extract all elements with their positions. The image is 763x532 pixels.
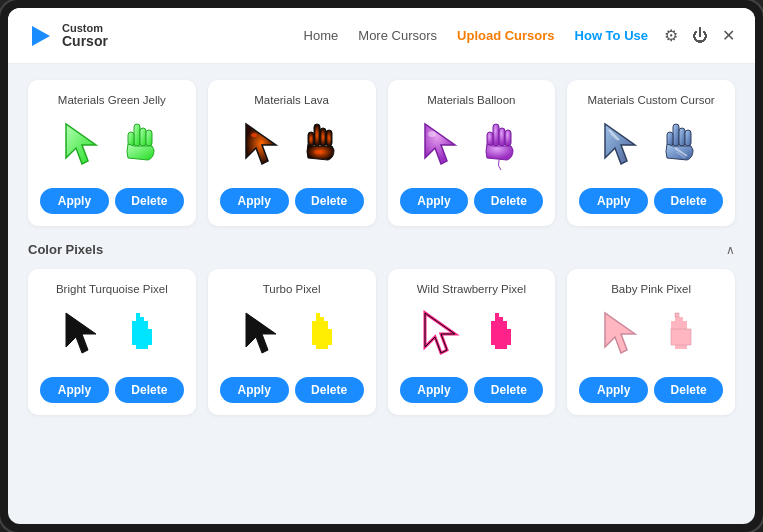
card-custom-cursor: Materials Custom Cursor	[567, 80, 735, 226]
cursor-arrow-turquoise-black	[60, 309, 108, 361]
card-buttons-custom-cursor: Apply Delete	[579, 188, 723, 214]
card-title-balloon: Materials Balloon	[427, 94, 515, 106]
apply-pink[interactable]: Apply	[579, 377, 648, 403]
svg-rect-87	[683, 321, 687, 325]
svg-rect-54	[312, 325, 316, 329]
apply-turbo[interactable]: Apply	[220, 377, 289, 403]
card-images-turquoise	[60, 305, 164, 365]
svg-rect-32	[136, 321, 140, 325]
card-title-pink: Baby Pink Pixel	[611, 283, 691, 295]
close-icon[interactable]: ✕	[722, 26, 735, 45]
svg-rect-89	[671, 325, 675, 329]
nav-upload-cursors[interactable]: Upload Cursors	[457, 28, 555, 43]
svg-rect-39	[140, 325, 144, 329]
card-title-custom-cursor: Materials Custom Cursor	[588, 94, 715, 106]
svg-rect-65	[495, 313, 499, 317]
apply-green-jelly[interactable]: Apply	[40, 188, 109, 214]
svg-rect-80	[495, 345, 507, 349]
svg-rect-17	[499, 128, 505, 146]
svg-marker-1	[66, 124, 96, 164]
svg-rect-61	[312, 341, 332, 345]
delete-custom-cursor[interactable]: Delete	[654, 188, 723, 214]
apply-turquoise[interactable]: Apply	[40, 377, 109, 403]
nav-icons: ⚙ ⏻ ✕	[664, 26, 735, 45]
section-header-pixels: Color Pixels ∧	[28, 242, 735, 257]
cursor-hand-balloon	[475, 120, 523, 172]
svg-rect-30	[136, 313, 140, 317]
cursor-hand-strawberry	[475, 309, 523, 361]
svg-rect-57	[324, 325, 328, 329]
card-green-jelly: Materials Green Jelly	[28, 80, 196, 226]
apply-strawberry[interactable]: Apply	[400, 377, 469, 403]
card-images-custom-cursor	[599, 116, 703, 176]
svg-rect-62	[316, 345, 328, 349]
svg-rect-33	[140, 317, 144, 321]
svg-rect-53	[312, 321, 316, 325]
svg-rect-97	[675, 345, 687, 349]
section-materials-grid: Materials Green Jelly	[28, 80, 735, 226]
card-title-green-jelly: Materials Green Jelly	[58, 94, 166, 106]
delete-turbo[interactable]: Delete	[295, 377, 364, 403]
nav-home[interactable]: Home	[304, 28, 339, 43]
cursor-hand-custom	[655, 120, 703, 172]
cursor-hand-green-jelly	[116, 120, 164, 172]
cursor-arrow-strawberry	[419, 309, 467, 361]
svg-rect-94	[671, 333, 691, 337]
card-buttons-turbo: Apply Delete	[220, 377, 364, 403]
card-buttons-green-jelly: Apply Delete	[40, 188, 184, 214]
svg-point-8	[260, 141, 264, 144]
apply-balloon[interactable]: Apply	[400, 188, 469, 214]
logo-text: Custom Cursor	[62, 22, 108, 49]
delete-turquoise[interactable]: Delete	[115, 377, 184, 403]
svg-rect-75	[503, 325, 507, 329]
svg-rect-83	[675, 317, 679, 321]
card-strawberry: Wild Strawberry Pixel	[388, 269, 556, 415]
apply-lava[interactable]: Apply	[220, 188, 289, 214]
card-images-green-jelly	[60, 116, 164, 176]
delete-lava[interactable]: Delete	[295, 188, 364, 214]
svg-rect-43	[132, 337, 152, 341]
logo-cursor-text: Cursor	[62, 34, 108, 49]
svg-rect-84	[675, 321, 679, 325]
svg-rect-3	[140, 128, 146, 146]
card-images-pink	[599, 305, 703, 365]
svg-rect-37	[132, 325, 136, 329]
nav-more-cursors[interactable]: More Cursors	[358, 28, 437, 43]
delete-pink[interactable]: Delete	[654, 377, 723, 403]
svg-rect-71	[491, 321, 495, 325]
power-icon[interactable]: ⏻	[692, 27, 708, 45]
card-balloon: Materials Balloon	[388, 80, 556, 226]
svg-rect-86	[679, 321, 683, 325]
card-buttons-lava: Apply Delete	[220, 188, 364, 214]
svg-rect-40	[144, 325, 148, 329]
card-title-strawberry: Wild Strawberry Pixel	[417, 283, 526, 295]
nav-how-to-use[interactable]: How To Use	[575, 28, 648, 43]
delete-balloon[interactable]: Delete	[474, 188, 543, 214]
apply-custom-cursor[interactable]: Apply	[579, 188, 648, 214]
svg-rect-56	[320, 325, 324, 329]
cursor-arrow-pink	[599, 309, 647, 361]
delete-strawberry[interactable]: Delete	[474, 377, 543, 403]
svg-rect-10	[320, 128, 326, 146]
svg-rect-85	[679, 317, 683, 321]
svg-rect-67	[495, 321, 499, 325]
cursor-hand-pink	[655, 309, 703, 361]
svg-rect-50	[320, 317, 324, 321]
card-title-turquoise: Bright Turquoise Pixel	[56, 283, 168, 295]
cursor-hand-turbo	[296, 309, 344, 361]
card-turbo: Turbo Pixel	[208, 269, 376, 415]
svg-rect-92	[683, 325, 687, 329]
svg-rect-49	[316, 321, 320, 325]
collapse-pixels[interactable]: ∧	[726, 243, 735, 257]
svg-rect-2	[134, 124, 140, 146]
svg-marker-81	[605, 313, 635, 353]
svg-rect-42	[132, 333, 152, 337]
card-images-balloon	[419, 116, 523, 176]
cursor-arrow-lava	[240, 120, 288, 172]
svg-rect-93	[671, 329, 691, 333]
svg-rect-41	[132, 329, 152, 333]
delete-green-jelly[interactable]: Delete	[115, 188, 184, 214]
svg-rect-96	[671, 341, 691, 345]
settings-icon[interactable]: ⚙	[664, 26, 678, 45]
card-buttons-strawberry: Apply Delete	[400, 377, 544, 403]
